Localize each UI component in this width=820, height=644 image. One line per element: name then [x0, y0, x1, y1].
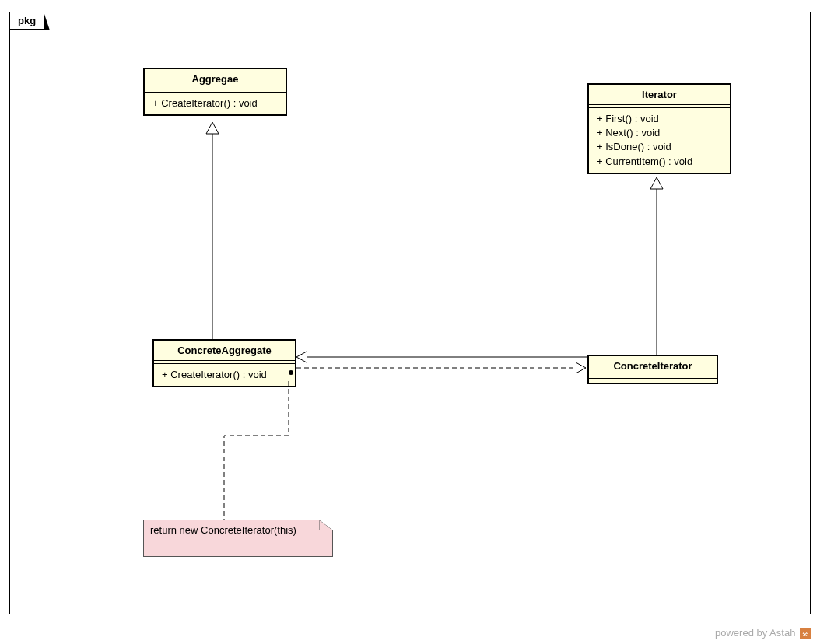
- method: + First() : void: [597, 112, 722, 126]
- method: + Next() : void: [597, 126, 722, 140]
- watermark: powered by Astah ※: [715, 627, 811, 639]
- note-text: return new ConcreteIterator(this): [150, 524, 326, 536]
- method: + CreateIterator() : void: [162, 368, 287, 382]
- class-methods: + CreateIterator() : void: [154, 364, 295, 386]
- note-anchor-icon: [289, 370, 293, 375]
- class-title: ConcreteAggregate: [154, 341, 295, 361]
- note: return new ConcreteIterator(this): [143, 520, 333, 557]
- note-corner-cut: [319, 520, 333, 530]
- class-title: Iterator: [589, 85, 730, 105]
- class-concrete-iterator: ConcreteIterator: [587, 355, 718, 384]
- class-iterator: Iterator + First() : void + Next() : voi…: [587, 83, 731, 174]
- method: + IsDone() : void: [597, 140, 722, 154]
- class-title: Aggregae: [145, 69, 286, 89]
- class-methods: + CreateIterator() : void: [145, 93, 286, 114]
- watermark-text: powered by Astah: [715, 627, 795, 639]
- class-concrete-aggregate: ConcreteAggregate + CreateIterator() : v…: [152, 339, 296, 387]
- astah-badge-icon: ※: [800, 628, 811, 639]
- method: + CreateIterator() : void: [152, 96, 278, 110]
- class-aggregae: Aggregae + CreateIterator() : void: [143, 68, 287, 116]
- method: + CurrentItem() : void: [597, 155, 722, 169]
- class-methods: + First() : void + Next() : void + IsDon…: [589, 108, 730, 173]
- package-label: pkg: [18, 15, 36, 26]
- class-methods-section: [589, 379, 717, 383]
- class-title: ConcreteIterator: [589, 356, 717, 376]
- package-tab: pkg: [9, 12, 44, 30]
